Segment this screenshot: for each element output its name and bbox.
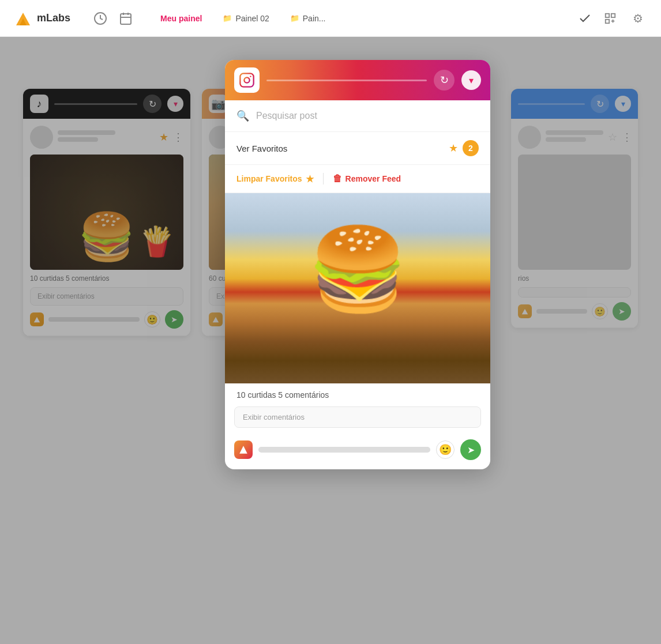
logo-text: mLabs (37, 12, 70, 24)
tab-my-panel[interactable]: Meu painel (151, 10, 211, 27)
popup-header-line (266, 80, 427, 81)
folder-icon-1: 📁 (223, 14, 232, 22)
popup-comment-box[interactable]: Exibir comentários (234, 406, 481, 428)
popup-dropdown-btn[interactable]: ▾ (461, 70, 481, 90)
top-nav: mLabs Meu painel (0, 0, 661, 37)
svg-rect-7 (606, 13, 609, 17)
logo-icon (14, 9, 32, 28)
tabs-container: Meu painel 📁 Painel 02 📁 Pain... (151, 10, 559, 27)
folder-icon-2: 📁 (290, 14, 299, 22)
search-row[interactable]: 🔍 Pesquisar post (225, 100, 490, 132)
dropdown-menu: 🔍 Pesquisar post Ver Favoritos ★ 2 Limpa… (225, 100, 490, 469)
clear-favorites-label: Limpar Favoritos (236, 174, 302, 183)
tab-panel-02-label: Painel 02 (235, 14, 269, 23)
search-placeholder-text: Pesquisar post (256, 111, 317, 121)
favorites-label: Ver Favoritos (236, 144, 444, 153)
svg-point-17 (250, 76, 251, 77)
tab-my-panel-label: Meu painel (160, 14, 202, 23)
clear-favorites-star-icon: ★ (306, 174, 314, 184)
popup-footer-emoji-btn[interactable]: 🙂 (436, 440, 455, 459)
dashboard-icon[interactable] (93, 12, 107, 25)
remove-feed-label: Remover Feed (345, 174, 401, 183)
main-content: ♪ ↻ ▾ ★ ⋮ (0, 37, 661, 644)
tab-panel-02[interactable]: 📁 Painel 02 (213, 10, 278, 27)
nav-icons (93, 12, 133, 25)
svg-rect-8 (611, 13, 615, 17)
popup-footer-logo (234, 440, 253, 459)
svg-rect-9 (606, 19, 609, 22)
top-nav-right: ⚙ (578, 9, 647, 28)
svg-point-16 (244, 77, 249, 82)
popup-footer-send-btn[interactable]: ➤ (460, 439, 481, 460)
popup-instagram-icon (234, 67, 260, 93)
favorites-row[interactable]: Ver Favoritos ★ 2 (225, 132, 490, 165)
popup-refresh-btn[interactable]: ↻ (434, 70, 455, 91)
svg-rect-3 (121, 14, 131, 24)
tab-panel-03-label: Pain... (303, 14, 326, 23)
trash-icon: 🗑 (333, 174, 342, 184)
calendar-icon[interactable] (119, 12, 133, 25)
popup-footer-input (258, 447, 430, 453)
favorites-star-icon: ★ (449, 142, 458, 155)
tab-panel-03[interactable]: 📁 Pain... (281, 10, 335, 27)
remove-feed-button[interactable]: 🗑 Remover Feed (333, 174, 401, 184)
popup-burger-image (225, 193, 490, 383)
actions-divider (323, 173, 324, 184)
logo: mLabs (14, 9, 70, 28)
popup-post-stats: 10 curtidas 5 comentários (225, 383, 490, 402)
popup-post-footer: 🙂 ➤ (225, 432, 490, 469)
search-icon: 🔍 (236, 110, 249, 122)
settings-icon[interactable]: ⚙ (629, 9, 647, 28)
favorites-badge: 2 (463, 140, 479, 156)
app-container: mLabs Meu painel (0, 0, 661, 644)
svg-marker-18 (239, 446, 247, 454)
svg-rect-15 (240, 73, 253, 86)
checkmark-icon[interactable] (578, 12, 592, 25)
popup-post: 10 curtidas 5 comentários Exibir comentá… (225, 193, 490, 469)
actions-row: Limpar Favoritos ★ 🗑 Remover Feed (225, 165, 490, 193)
popup-post-image (225, 193, 490, 383)
grid-add-icon[interactable] (601, 9, 619, 28)
popup-header: ↻ ▾ (225, 60, 490, 100)
dropdown-popup: ↻ ▾ 🔍 Pesquisar post Ver Favoritos ★ 2 (225, 60, 490, 469)
clear-favorites-button[interactable]: Limpar Favoritos ★ (236, 174, 314, 184)
